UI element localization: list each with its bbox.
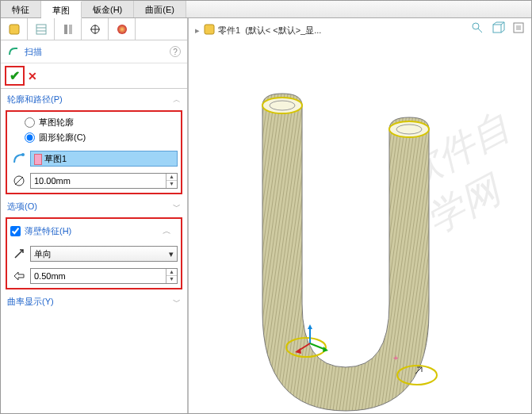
annotation-profile-block: 草图轮廓 圆形轮廓(C) 草图1 ▲▼ [6,110,182,194]
chevron-down-icon: ﹀ [173,201,181,213]
zoom-fit-icon[interactable] [469,20,485,36]
thickness-input[interactable] [31,270,166,282]
model-preview: + [235,82,504,414]
direction-combo[interactable]: 单向▾ [30,246,178,262]
radio-sketch-profile[interactable] [25,117,35,128]
diameter-spin-down[interactable]: ▼ [166,181,177,188]
radio-sketch-profile-label: 草图轮廓 [39,117,74,128]
path-selection-value: 草图1 [44,154,67,163]
svg-text:+: + [393,353,398,362]
dropdown-icon: ▾ [169,249,174,259]
thickness-spin-down[interactable]: ▼ [166,276,177,283]
help-icon[interactable]: ? [170,46,181,57]
svg-point-23 [389,121,429,137]
panel-tab-row [1,18,187,40]
radio-circle-profile-label: 圆形轮廓(C) [39,132,86,144]
svg-point-14 [473,23,479,29]
svg-point-21 [262,98,302,113]
selection-color-icon [34,154,42,165]
section-options[interactable]: 选项(O) ﹀ [1,196,187,216]
breadcrumb-arrow-icon: ▸ [195,25,200,36]
direction-value: 单向 [34,248,52,260]
cancel-button[interactable]: ✕ [25,70,40,82]
svg-rect-5 [69,25,72,34]
svg-rect-4 [64,25,67,34]
tab-feature-tree-icon[interactable] [1,18,28,40]
annotation-okbox: ✔ [5,66,25,86]
tab-sketch[interactable]: 草图 [41,2,82,18]
chevron-down-icon: ﹀ [173,297,181,308]
tab-dim-icon[interactable] [82,18,109,40]
svg-rect-18 [516,25,521,30]
diameter-input[interactable] [31,174,166,187]
radio-circle-profile[interactable] [25,132,35,143]
svg-rect-1 [36,25,46,34]
section-options-label: 选项(O) [7,201,37,213]
path-selection[interactable]: 草图1 [30,151,178,167]
section-curve-display[interactable]: 曲率显示(Y) ﹀ [1,291,187,311]
thickness-icon [10,267,28,285]
viewport-3d[interactable]: ▸ 零件1 (默认< <默认>_显... 软件自学网 [189,18,531,413]
svg-rect-13 [205,25,214,34]
svg-rect-0 [10,25,19,34]
section-profile-path[interactable]: 轮廓和路径(P) ︿ [1,89,187,109]
tab-sheetmetal[interactable]: 钣金(H) [82,1,134,17]
feature-title: 扫描 [25,46,42,58]
path-icon [10,150,28,167]
svg-point-9 [117,25,127,34]
curve-display-label: 曲率显示(Y) [7,296,54,308]
breadcrumb[interactable]: ▸ 零件1 (默认< <默认>_显... [195,23,321,37]
svg-line-15 [478,29,482,33]
checkbox-thin-feature[interactable] [10,226,21,236]
direction-icon [10,245,28,263]
tab-appearance-icon[interactable] [109,18,136,40]
svg-line-12 [15,177,23,185]
thickness-spin-up[interactable]: ▲ [166,269,177,276]
svg-point-10 [21,153,25,156]
property-panel: 扫描 ? ✔ ✕ 轮廓和路径(P) ︿ 草图轮廓 圆形轮廓(C) 草图1 [1,18,189,413]
annotation-thin-block: 薄壁特征(H) ︿ 单向▾ ▲▼ [6,217,182,289]
chevron-up-icon: ︿ [173,94,181,105]
tab-property-icon[interactable] [28,18,55,40]
diameter-icon [10,172,28,190]
view-cube-icon[interactable] [490,20,506,36]
tab-surface[interactable]: 曲面(E) [134,1,186,17]
sweep-icon [7,44,20,59]
chevron-up-icon: ︿ [163,225,171,237]
ok-button[interactable]: ✔ [7,68,22,83]
thin-feature-label: 薄壁特征(H) [25,225,71,237]
breadcrumb-config: (默认< <默认>_显... [245,25,321,36]
settings-icon[interactable] [511,20,526,36]
tab-config-icon[interactable] [55,18,82,40]
section-profile-path-label: 轮廓和路径(P) [7,94,63,105]
breadcrumb-doc: 零件1 [218,25,240,36]
svg-rect-16 [493,25,501,33]
part-icon [203,23,216,37]
diameter-spin-up[interactable]: ▲ [166,174,177,181]
tab-feature[interactable]: 特征 [1,1,41,17]
